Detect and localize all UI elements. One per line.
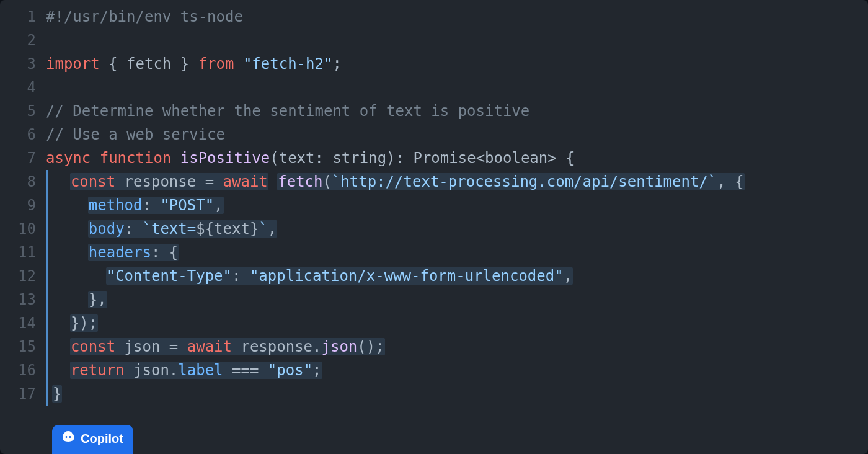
line-content[interactable]: return json.label === "pos"; bbox=[46, 358, 868, 382]
line-number: 13 bbox=[0, 288, 46, 311]
suggestion-bar bbox=[46, 264, 48, 288]
code-editor[interactable]: 1#!/usr/bin/env ts-node23import { fetch … bbox=[0, 0, 868, 454]
code-line[interactable]: 3import { fetch } from "fetch-h2"; bbox=[0, 52, 868, 76]
line-content[interactable]: const json = await response.json(); bbox=[46, 335, 868, 358]
suggestion-bar bbox=[46, 311, 48, 335]
line-number: 6 bbox=[0, 123, 46, 146]
line-number: 1 bbox=[0, 5, 46, 29]
suggestion-bar bbox=[46, 288, 48, 311]
line-content[interactable]: method: "POST", bbox=[46, 194, 868, 217]
suggestion-bar bbox=[46, 194, 48, 217]
line-content[interactable]: // Determine whether the sentiment of te… bbox=[46, 99, 868, 123]
line-content[interactable]: }); bbox=[46, 311, 868, 335]
line-content[interactable]: } bbox=[46, 382, 868, 406]
suggestion-bar bbox=[46, 217, 48, 241]
code-line[interactable]: 7async function isPositive(text: string)… bbox=[0, 146, 868, 170]
code-line[interactable]: 13 }, bbox=[0, 288, 868, 311]
line-number: 17 bbox=[0, 382, 46, 406]
line-number: 9 bbox=[0, 194, 46, 217]
line-number: 10 bbox=[0, 217, 46, 241]
line-content[interactable]: headers: { bbox=[46, 241, 868, 264]
code-line[interactable]: 12 "Content-Type": "application/x-www-fo… bbox=[0, 264, 868, 288]
code-line[interactable]: 9 method: "POST", bbox=[0, 194, 868, 217]
copilot-badge-label: Copilot bbox=[81, 432, 123, 446]
line-number: 11 bbox=[0, 241, 46, 264]
code-line[interactable]: 10 body: `text=${text}`, bbox=[0, 217, 868, 241]
line-number: 2 bbox=[0, 29, 46, 52]
suggestion-bar bbox=[46, 241, 48, 264]
code-line[interactable]: 14 }); bbox=[0, 311, 868, 335]
line-number: 5 bbox=[0, 99, 46, 123]
code-line[interactable]: 17} bbox=[0, 382, 868, 406]
copilot-badge[interactable]: Copilot bbox=[52, 425, 133, 454]
line-content[interactable]: }, bbox=[46, 288, 868, 311]
suggestion-bar bbox=[46, 382, 48, 406]
code-line[interactable]: 15 const json = await response.json(); bbox=[0, 335, 868, 358]
code-line[interactable]: 16 return json.label === "pos"; bbox=[0, 358, 868, 382]
suggestion-bar bbox=[46, 358, 48, 382]
line-content[interactable]: const response = await fetch(`http://tex… bbox=[46, 170, 868, 194]
code-line[interactable]: 11 headers: { bbox=[0, 241, 868, 264]
suggestion-bar bbox=[46, 335, 48, 358]
line-content[interactable]: async function isPositive(text: string):… bbox=[46, 146, 868, 170]
line-number: 8 bbox=[0, 170, 46, 194]
line-content[interactable]: body: `text=${text}`, bbox=[46, 217, 868, 241]
code-line[interactable]: 4 bbox=[0, 76, 868, 99]
suggestion-bar bbox=[46, 170, 48, 194]
code-line[interactable]: 8 const response = await fetch(`http://t… bbox=[0, 170, 868, 194]
copilot-icon bbox=[61, 430, 76, 448]
line-number: 4 bbox=[0, 76, 46, 99]
line-number: 7 bbox=[0, 146, 46, 170]
line-number: 12 bbox=[0, 264, 46, 288]
code-line[interactable]: 6// Use a web service bbox=[0, 123, 868, 146]
code-line[interactable]: 2 bbox=[0, 29, 868, 52]
line-content[interactable]: "Content-Type": "application/x-www-form-… bbox=[46, 264, 868, 288]
line-content[interactable]: #!/usr/bin/env ts-node bbox=[46, 5, 868, 29]
line-content[interactable]: import { fetch } from "fetch-h2"; bbox=[46, 52, 868, 76]
line-number: 15 bbox=[0, 335, 46, 358]
code-line[interactable]: 5// Determine whether the sentiment of t… bbox=[0, 99, 868, 123]
code-line[interactable]: 1#!/usr/bin/env ts-node bbox=[0, 5, 868, 29]
line-number: 14 bbox=[0, 311, 46, 335]
line-content[interactable]: // Use a web service bbox=[46, 123, 868, 146]
line-number: 3 bbox=[0, 52, 46, 76]
line-number: 16 bbox=[0, 358, 46, 382]
code-area[interactable]: 1#!/usr/bin/env ts-node23import { fetch … bbox=[0, 5, 868, 406]
